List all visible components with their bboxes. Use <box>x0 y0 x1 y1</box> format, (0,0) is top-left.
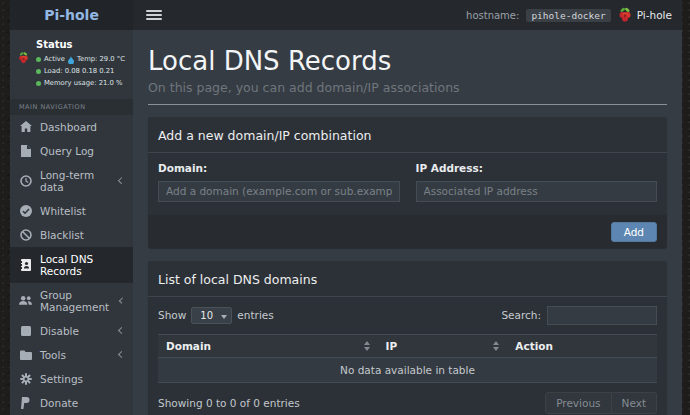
status-dot-icon <box>36 81 41 86</box>
search-input[interactable] <box>547 306 657 325</box>
temperature-icon <box>68 56 74 64</box>
add-domain-card-footer: Add <box>148 215 667 248</box>
status-dot-icon <box>36 69 41 74</box>
status-active-line: Active Temp: 29.0 °C <box>36 54 125 66</box>
search-label: Search: <box>501 309 541 321</box>
chevron-left-icon <box>118 351 125 358</box>
sidebar-item-label: Local DNS Records <box>40 253 124 277</box>
dns-table: Domain IP Action <box>158 334 657 383</box>
users-icon <box>19 295 32 307</box>
chevron-left-icon <box>118 177 125 184</box>
sidebar-item-whitelist[interactable]: Whitelist <box>10 199 133 223</box>
paypal-icon <box>19 397 32 409</box>
entries-summary: Showing 0 to 0 of 0 entries <box>158 397 300 409</box>
hostname-badge: pihole-docker <box>526 9 610 22</box>
dns-list-card: List of local DNS domains Show 10 entrie… <box>148 261 667 415</box>
nav-section-header: MAIN NAVIGATION <box>10 99 133 115</box>
dns-list-card-title: List of local DNS domains <box>158 272 317 287</box>
next-page-button[interactable]: Next <box>612 392 657 414</box>
add-domain-card-header: Add a new domain/IP combination <box>148 117 667 153</box>
ip-address-input[interactable] <box>416 181 658 202</box>
page-size-select[interactable]: 10 <box>191 307 232 324</box>
sidebar-item-label: Long-term data <box>40 169 111 193</box>
previous-page-button[interactable]: Previous <box>545 392 611 414</box>
sidebar-item-label: Group Management <box>40 289 112 313</box>
table-controls: Show 10 entries Search: <box>158 306 657 325</box>
raspberry-icon <box>618 7 632 23</box>
sidebar-item-blacklist[interactable]: Blacklist <box>10 223 133 247</box>
main-content: Local DNS Records On this page, you can … <box>133 30 682 415</box>
sidebar-item-dashboard[interactable]: Dashboard <box>10 115 133 139</box>
file-icon <box>19 145 32 157</box>
page-subtitle: On this page, you can add domain/IP asso… <box>148 80 667 105</box>
status-temp-value: Temp: 29.0 °C <box>77 54 125 66</box>
folder-icon <box>19 349 32 361</box>
status-load-value: Load: 0.08 0.18 0.21 <box>44 66 114 78</box>
sidebar-item-label: Query Log <box>40 145 94 157</box>
dns-list-card-header: List of local DNS domains <box>148 261 667 297</box>
show-label: Show <box>158 309 186 321</box>
column-header-domain[interactable]: Domain <box>158 334 378 357</box>
status-load-line: Load: 0.08 0.18 0.21 <box>36 66 125 78</box>
app-window: Pi-hole hostname: pihole-docker Pi-hole … <box>10 0 682 415</box>
sort-icon <box>493 341 499 351</box>
stop-icon <box>19 325 32 337</box>
gears-icon <box>19 373 32 385</box>
pagination: Previous Next <box>545 392 657 414</box>
table-footer: Showing 0 to 0 of 0 entries Previous Nex… <box>158 392 657 414</box>
add-domain-card-title: Add a new domain/IP combination <box>158 128 371 143</box>
sidebar-menu: Dashboard Query Log Long-term data White… <box>10 115 133 415</box>
column-header-ip[interactable]: IP <box>378 334 508 357</box>
sort-icon <box>364 341 370 351</box>
add-domain-card: Add a new domain/IP combination Domain: … <box>148 117 667 248</box>
account-label: Pi-hole <box>637 9 672 21</box>
sidebar-item-tools[interactable]: Tools <box>10 343 133 367</box>
sidebar-item-label: Disable <box>40 325 79 337</box>
ban-icon <box>19 229 32 241</box>
chevron-left-icon <box>119 298 125 304</box>
check-circle-icon <box>19 205 32 217</box>
add-button[interactable]: Add <box>611 222 657 242</box>
status-memory-line: Memory usage: 21.0 % <box>36 78 125 90</box>
entries-label: entries <box>237 309 273 321</box>
page-title: Local DNS Records <box>148 46 667 76</box>
status-title: Status <box>36 39 125 50</box>
sidebar-item-long-term-data[interactable]: Long-term data <box>10 163 133 199</box>
column-header-action: Action <box>507 334 657 357</box>
brand-logo[interactable]: Pi-hole <box>10 0 133 30</box>
sidebar-item-settings[interactable]: Settings <box>10 367 133 391</box>
address-book-icon <box>19 259 32 271</box>
sidebar-item-group-management[interactable]: Group Management <box>10 283 133 319</box>
chevron-left-icon <box>118 327 125 334</box>
status-active-label: Active <box>44 54 65 66</box>
empty-table-message: No data available in table <box>158 357 657 382</box>
sidebar-item-label: Donate <box>40 397 78 409</box>
top-bar: Pi-hole hostname: pihole-docker Pi-hole <box>10 0 682 30</box>
sidebar-item-label: Tools <box>40 349 66 361</box>
sidebar-toggle-icon[interactable] <box>146 10 162 20</box>
empty-table-row: No data available in table <box>158 357 657 382</box>
domain-label: Domain: <box>158 162 400 174</box>
sidebar-item-label: Settings <box>40 373 83 385</box>
clock-icon <box>19 175 32 187</box>
ip-address-label: IP Address: <box>416 162 658 174</box>
status-memory-value: Memory usage: 21.0 % <box>44 78 123 90</box>
account-menu[interactable]: Pi-hole <box>618 7 672 23</box>
sidebar-item-label: Blacklist <box>40 229 84 241</box>
sidebar: Status Active Temp: 29.0 °C Load: 0.08 0… <box>10 30 133 415</box>
home-icon <box>19 121 32 133</box>
pihole-logo-icon <box>18 37 29 79</box>
navbar-right: hostname: pihole-docker Pi-hole <box>466 7 672 23</box>
navbar: hostname: pihole-docker Pi-hole <box>133 0 682 30</box>
sidebar-item-disable[interactable]: Disable <box>10 319 133 343</box>
sidebar-item-local-dns-records[interactable]: Local DNS Records <box>10 247 133 283</box>
sidebar-item-label: Whitelist <box>40 205 86 217</box>
hostname-label: hostname: <box>466 10 519 21</box>
status-dot-icon <box>36 57 41 62</box>
domain-input[interactable] <box>158 181 400 202</box>
sidebar-item-donate[interactable]: Donate <box>10 391 133 415</box>
sidebar-item-query-log[interactable]: Query Log <box>10 139 133 163</box>
sidebar-item-label: Dashboard <box>40 121 97 133</box>
status-panel: Status Active Temp: 29.0 °C Load: 0.08 0… <box>10 30 133 99</box>
